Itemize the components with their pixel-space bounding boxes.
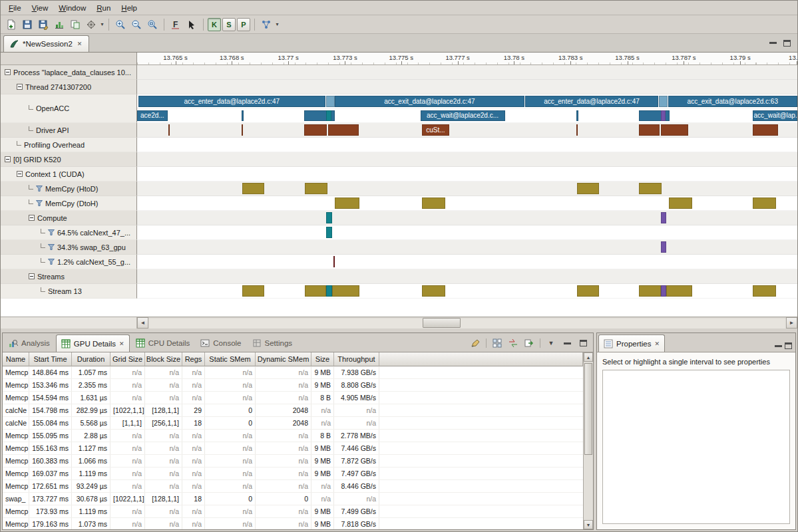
maximize-icon[interactable] <box>785 342 792 349</box>
vscroll-thumb[interactable] <box>584 363 592 455</box>
interval-bar[interactable] <box>326 96 335 107</box>
timeline-ruler[interactable]: 13.765 s13.768 s13.77 s13.773 s13.775 s1… <box>137 53 797 65</box>
table-row[interactable]: swap_173.727 ms30.678 µs[1022,1,1][128,1… <box>3 493 583 505</box>
timeline-lane[interactable] <box>137 138 797 152</box>
interval-bar[interactable] <box>753 124 779 136</box>
collapse-toggle-icon[interactable] <box>5 69 11 75</box>
interval-bar[interactable] <box>577 285 600 297</box>
interval-bar[interactable] <box>422 285 446 297</box>
close-icon[interactable]: ✕ <box>654 340 660 347</box>
collapse-toggle-icon[interactable] <box>5 156 11 162</box>
collapse-toggle-icon[interactable] <box>17 171 23 177</box>
tab-cpu-details[interactable]: CPU Details <box>131 334 195 352</box>
row-label-kernel-calcnext55[interactable]: 1.2% calcNext_55_g... <box>1 255 137 269</box>
scroll-right-icon[interactable]: ► <box>786 317 797 329</box>
marker-button[interactable]: F <box>168 17 184 33</box>
table-row[interactable]: Memcp148.864 ms1.057 msn/an/an/an/an/a9 … <box>3 366 583 379</box>
interval-bar[interactable] <box>305 183 327 194</box>
row-label-kernel-swap63[interactable]: 34.3% swap_63_gpu <box>1 240 137 255</box>
timeline-lane[interactable] <box>137 152 797 167</box>
interval-bar[interactable] <box>422 198 446 209</box>
column-header-start-time[interactable]: Start Time <box>29 352 72 366</box>
menu-run[interactable]: Run <box>91 3 116 13</box>
menu-help[interactable]: Help <box>116 3 142 13</box>
refresh-icon[interactable] <box>506 337 520 349</box>
table-row[interactable]: Memcp154.594 ms1.631 µsn/an/an/an/an/a8 … <box>3 392 583 404</box>
details-vscrollbar[interactable]: ▲ ▼ <box>583 352 593 529</box>
interval-bar[interactable] <box>577 183 600 194</box>
interval-bar[interactable] <box>661 285 666 297</box>
process-toggle-button[interactable]: P <box>237 18 250 31</box>
interval-bar[interactable] <box>669 198 693 209</box>
row-label-grid-k520[interactable]: [0] GRID K520 <box>1 152 137 167</box>
interval-bar[interactable] <box>639 124 660 136</box>
menu-view[interactable]: View <box>27 3 54 13</box>
column-header-grid-size[interactable]: Grid Size <box>110 352 145 366</box>
timeline-lane[interactable] <box>137 182 797 196</box>
menu-file[interactable]: File <box>3 3 27 13</box>
dropdown-arrow-icon[interactable]: ▾ <box>99 21 105 27</box>
table-row[interactable]: calcNe155.084 ms5.568 µs[1,1,1][256,1,1]… <box>3 417 583 430</box>
interval-bar[interactable] <box>242 124 243 136</box>
interval-bar[interactable] <box>326 285 332 297</box>
maximize-icon[interactable] <box>783 40 791 47</box>
table-row[interactable]: Memcp173.93 ms1.119 msn/an/an/an/an/a9 M… <box>3 505 583 518</box>
table-row[interactable]: Memcp179.163 ms1.073 msn/an/an/an/an/a9 … <box>3 518 583 529</box>
interval-bar[interactable] <box>328 124 359 136</box>
interval-bar[interactable] <box>326 110 331 122</box>
timeline-lane[interactable]: cuSt... <box>137 123 797 138</box>
hscroll-thumb[interactable] <box>423 318 461 328</box>
timeline-lane[interactable] <box>137 211 797 225</box>
tab-settings[interactable]: Settings <box>248 334 298 352</box>
collapse-toggle-icon[interactable] <box>29 273 35 279</box>
tab-properties[interactable]: Properties ✕ <box>598 334 665 352</box>
collapse-toggle-icon[interactable] <box>17 84 23 90</box>
chart-button[interactable] <box>51 17 67 33</box>
interval-bar[interactable]: cuSt... <box>422 124 450 136</box>
timeline-lane[interactable] <box>137 80 797 94</box>
timeline-lane[interactable] <box>137 225 797 240</box>
interval-bar[interactable] <box>576 124 578 136</box>
interval-bar[interactable] <box>753 198 777 209</box>
timeline-lane[interactable] <box>137 196 797 211</box>
interval-bar[interactable]: acc_wait@lap... <box>753 110 797 122</box>
interval-bar[interactable] <box>332 285 360 297</box>
export-icon[interactable] <box>522 337 536 349</box>
row-label-memcpy-htod[interactable]: MemCpy (HtoD) <box>1 182 137 196</box>
table-row[interactable]: Memcp155.163 ms1.127 msn/an/an/an/an/a9 … <box>3 442 583 455</box>
stream-toggle-button[interactable]: S <box>222 18 236 31</box>
interval-bar[interactable]: ace2d... <box>137 110 168 122</box>
configure-button[interactable] <box>83 17 99 33</box>
new-session-button[interactable] <box>3 17 19 33</box>
interval-bar[interactable] <box>305 285 326 297</box>
row-label-thread[interactable]: Thread 2741307200 <box>1 80 137 94</box>
interval-bar[interactable] <box>333 256 335 267</box>
compare-button[interactable] <box>67 17 83 33</box>
zoom-out-button[interactable] <box>128 17 144 33</box>
interval-bar[interactable] <box>661 110 666 122</box>
interval-bar[interactable] <box>242 285 265 297</box>
column-header-block-size[interactable]: Block Size <box>145 352 182 366</box>
pointer-button[interactable] <box>184 17 200 33</box>
column-header-regs[interactable]: Regs <box>182 352 205 366</box>
timeline-lane[interactable] <box>137 167 797 182</box>
save-all-button[interactable] <box>35 17 51 33</box>
interval-bar[interactable] <box>168 124 170 136</box>
vscroll-track[interactable] <box>584 362 593 520</box>
table-row[interactable]: Memcp172.651 ms93.249 µsn/an/an/an/an/an… <box>3 480 583 493</box>
row-label-stream-13[interactable]: Stream 13 <box>1 284 137 299</box>
minimize-icon[interactable] <box>769 42 777 44</box>
analysis-button[interactable] <box>258 17 274 33</box>
timeline-lane[interactable] <box>137 240 797 255</box>
interval-bar[interactable] <box>335 198 360 209</box>
interval-bar[interactable]: acc_wait@laplace2d.c... <box>421 110 505 122</box>
row-label-openacc[interactable]: OpenACC <box>1 94 137 123</box>
row-label-driver-api[interactable]: Driver API <box>1 123 137 138</box>
column-header-duration[interactable]: Duration <box>72 352 110 366</box>
row-label-kernel-calcnext47[interactable]: 64.5% calcNext_47_... <box>1 225 137 240</box>
scroll-left-icon[interactable]: ◄ <box>137 317 148 329</box>
menu-window[interactable]: Window <box>53 3 91 13</box>
tab-analysis[interactable]: Analysis <box>4 334 55 352</box>
interval-bar[interactable] <box>242 110 244 122</box>
interval-bar[interactable] <box>304 124 327 136</box>
